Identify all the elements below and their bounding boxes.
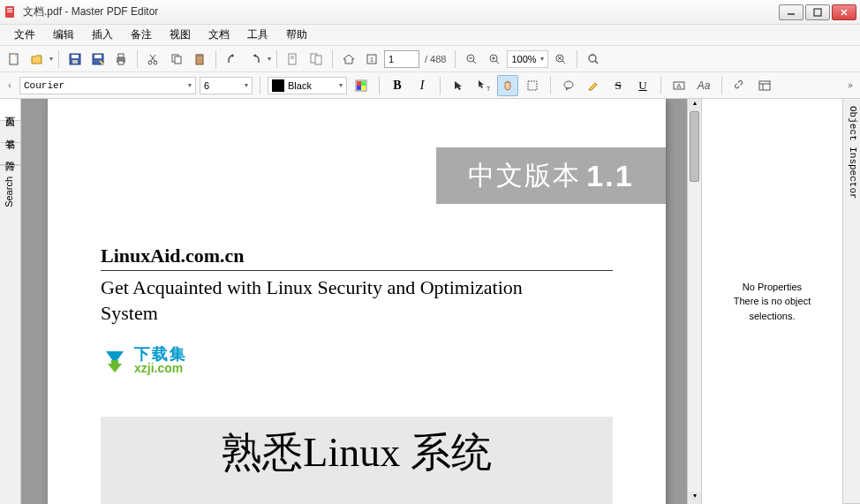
canvas-area: 中文版本 1.1 LinuxAid.com.cn Get Acquainted … <box>21 99 701 504</box>
bold-button[interactable]: B <box>387 75 408 96</box>
hand-tool[interactable] <box>497 75 518 96</box>
pdf-page: 中文版本 1.1 LinuxAid.com.cn Get Acquainted … <box>48 99 666 504</box>
minimize-button[interactable] <box>779 4 803 20</box>
scroll-thumb[interactable] <box>690 111 699 182</box>
inspector-tab[interactable]: Object Inspector <box>842 99 860 504</box>
menu-insert[interactable]: 插入 <box>83 26 122 44</box>
doc-subtitle: Get Acquainted with Linux Security and O… <box>101 275 560 326</box>
svg-line-44 <box>595 61 598 64</box>
font-family-combo[interactable]: Courier▾ <box>19 77 196 94</box>
zoom-in-button[interactable] <box>484 49 505 70</box>
svg-rect-5 <box>814 9 821 16</box>
menu-tools[interactable]: 工具 <box>238 26 277 44</box>
font-size-combo[interactable]: 6▾ <box>200 77 253 94</box>
svg-line-40 <box>562 61 565 64</box>
color-picker-button[interactable] <box>351 75 372 96</box>
doc-1-button[interactable] <box>283 49 304 70</box>
svg-point-43 <box>589 55 596 62</box>
watermark-logo: 下载集 xzji.com <box>101 346 187 374</box>
zoom-fit-button[interactable] <box>550 49 571 70</box>
main-area: 页面 书签 附件 Search 中文版本 1.1 LinuxAid.com.cn… <box>0 99 860 504</box>
home-button[interactable] <box>338 49 359 70</box>
textbox-tool[interactable]: A <box>668 75 690 96</box>
scroll-down-button[interactable]: ▾ <box>688 492 701 504</box>
tab-pages[interactable]: 页面 <box>0 99 20 121</box>
svg-rect-47 <box>361 81 366 86</box>
copy-button[interactable] <box>166 49 187 70</box>
svg-rect-11 <box>72 60 78 64</box>
svg-rect-3 <box>7 11 12 12</box>
strikethrough-tool[interactable]: S <box>607 75 629 96</box>
svg-point-52 <box>564 81 573 88</box>
watermark-text-bottom: xzji.com <box>134 362 187 374</box>
svg-rect-48 <box>357 86 361 90</box>
open-button[interactable] <box>26 49 48 70</box>
close-button[interactable] <box>832 4 856 20</box>
app-icon <box>4 5 18 19</box>
menu-help[interactable]: 帮助 <box>277 26 316 44</box>
tab-bookmarks[interactable]: 书签 <box>0 121 20 143</box>
zoom-out-button[interactable] <box>461 49 482 70</box>
inspector-content: No Properties There is no object selecti… <box>702 99 842 504</box>
print-button[interactable] <box>110 49 132 70</box>
window-controls <box>777 4 856 20</box>
vertical-scrollbar[interactable]: ▴ ▾ <box>687 99 701 504</box>
save-as-button[interactable] <box>87 49 109 70</box>
doc-site: LinuxAid.com.cn <box>101 244 245 267</box>
svg-line-36 <box>496 61 499 64</box>
redo-button[interactable] <box>245 49 266 70</box>
highlight-tool[interactable] <box>583 75 604 96</box>
save-button[interactable] <box>64 49 86 70</box>
link-tool[interactable] <box>729 75 751 96</box>
doc-banner: 熟悉Linux 系统 <box>101 417 613 504</box>
zoom-combo[interactable]: 100%▾ <box>507 50 547 68</box>
menu-document[interactable]: 文档 <box>200 26 238 44</box>
menu-view[interactable]: 视图 <box>161 26 200 44</box>
marquee-tool[interactable] <box>522 75 543 96</box>
svg-rect-2 <box>7 10 12 11</box>
svg-text:Aa: Aa <box>697 79 711 92</box>
doc-2-button[interactable] <box>306 49 327 70</box>
badge-label: 中文版本 <box>468 158 581 194</box>
page-count: / 488 <box>421 54 449 64</box>
new-button[interactable] <box>4 49 25 70</box>
toolbar-left-chevron[interactable]: ‹ <box>4 75 16 96</box>
actual-size-button[interactable]: 1 <box>361 49 382 70</box>
underline-tool[interactable]: U <box>632 75 653 96</box>
title-bar: 文档.pdf - Master PDF Editor <box>0 0 860 25</box>
svg-rect-49 <box>361 86 366 90</box>
cut-button[interactable] <box>143 49 164 70</box>
main-toolbar: ▾ ▾ 1 / 488 100%▾ <box>0 46 860 72</box>
color-swatch <box>272 79 284 92</box>
page-input[interactable] <box>384 50 419 68</box>
font-color-combo[interactable]: Black▾ <box>268 77 347 94</box>
open-dropdown-icon[interactable]: ▾ <box>49 55 53 63</box>
svg-rect-51 <box>528 81 537 90</box>
left-side-tabs: 页面 书签 附件 Search <box>0 99 21 504</box>
tab-search[interactable]: Search <box>0 165 20 218</box>
tab-attachments[interactable]: 附件 <box>0 143 20 165</box>
italic-button[interactable]: I <box>411 75 433 96</box>
scroll-up-button[interactable]: ▴ <box>688 99 701 111</box>
menu-file[interactable]: 文件 <box>5 26 44 44</box>
comment-tool[interactable] <box>558 75 579 96</box>
find-button[interactable] <box>583 49 604 70</box>
window-title: 文档.pdf - Master PDF Editor <box>23 4 777 19</box>
menu-edit[interactable]: 编辑 <box>44 26 83 44</box>
chevron-down-icon: ▾ <box>540 55 544 63</box>
maximize-button[interactable] <box>805 4 830 20</box>
undo-button[interactable] <box>222 49 243 70</box>
select-tool[interactable] <box>448 75 469 96</box>
form-tool[interactable] <box>754 75 775 96</box>
toolbar-right-chevron[interactable]: » <box>844 75 856 96</box>
document-viewport[interactable]: 中文版本 1.1 LinuxAid.com.cn Get Acquainted … <box>21 99 687 504</box>
text-tool[interactable]: Aa <box>693 75 714 96</box>
select-text-tool[interactable]: T <box>472 75 494 96</box>
font-size-value: 6 <box>204 80 209 91</box>
menu-comment[interactable]: 备注 <box>122 26 161 44</box>
watermark-text-top: 下载集 <box>134 346 187 362</box>
redo-dropdown-icon[interactable]: ▾ <box>268 55 271 63</box>
badge-version: 1.1 <box>586 159 633 193</box>
paste-button[interactable] <box>189 49 210 70</box>
color-name: Black <box>288 80 312 91</box>
